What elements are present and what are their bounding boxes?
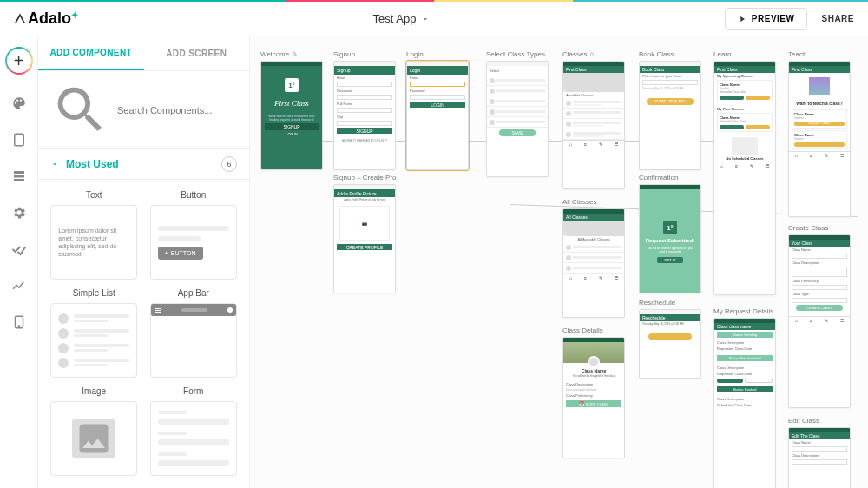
canvas[interactable]: Welcome ✎ 1° First Class Book with our b… [250, 36, 868, 488]
palette-icon[interactable] [11, 96, 27, 111]
component-image[interactable]: Image [49, 386, 140, 476]
screen-classes[interactable]: First Class Available Classes ⌂≡✎☰ [562, 61, 625, 189]
chevron-down-icon [50, 160, 59, 168]
publish-icon[interactable] [11, 314, 27, 330]
search-icon [50, 80, 110, 140]
screen-confirmation[interactable]: 1° Request Submitted! You will be notifi… [639, 184, 701, 293]
svg-point-0 [14, 102, 16, 104]
settings-icon[interactable] [11, 205, 27, 221]
component-app-bar[interactable]: App Bar [148, 288, 240, 378]
analytics-icon[interactable] [11, 278, 27, 293]
header: Adalo✦ Test App PREVIEW SHARE [0, 2, 868, 36]
screen-select-class-types[interactable]: Select SAVE [486, 61, 549, 177]
search-input[interactable] [117, 105, 237, 115]
screen-edit-class[interactable]: Edit The Class Class Name Class Descript… [788, 427, 851, 488]
database-icon[interactable] [11, 168, 27, 184]
check-icon[interactable] [11, 241, 27, 257]
screen-label: Learn [713, 50, 776, 58]
svg-rect-3 [14, 134, 23, 146]
screens-icon[interactable] [11, 132, 27, 148]
left-rail: + [0, 36, 38, 488]
share-button[interactable]: SHARE [821, 14, 854, 23]
screen-teach[interactable]: First Class Want to teach a class? Class… [788, 61, 851, 217]
tab-add-component[interactable]: ADD COMPONENT [38, 36, 144, 70]
screen-label: Edit Class [788, 417, 851, 425]
screen-class-details[interactable]: Class Name You will not be charged for t… [562, 337, 625, 458]
home-icon: ⌂ [589, 50, 594, 58]
screen-learn[interactable]: First Class My Upcoming Classes Class Na… [713, 61, 776, 295]
component-text[interactable]: Text Lorem ipsum dolor sit amet, consect… [49, 190, 140, 280]
screen-signup-profile[interactable]: Add a Profile Picture Add a Profile Pict… [333, 184, 396, 293]
logo: Adalo✦ [14, 10, 78, 28]
section-most-used[interactable]: Most Used 6 [38, 148, 249, 180]
chevron-down-icon [421, 15, 430, 23]
screen-label: Login [406, 50, 469, 58]
svg-point-2 [19, 100, 21, 102]
screen-reschedule[interactable]: Reschedule Thursday, May 18, 2019 at 2:0… [639, 309, 701, 379]
add-button[interactable]: + [5, 47, 33, 75]
svg-point-1 [16, 100, 18, 102]
screen-label: All Classes [562, 198, 625, 206]
screen-label: Class Details [562, 326, 625, 334]
screen-request-details[interactable]: Class class name Status: Pending Class D… [713, 318, 776, 488]
preview-button[interactable]: PREVIEW [725, 8, 808, 30]
screen-label: Select Class Types [486, 50, 549, 58]
screen-label: My Request Details [713, 307, 776, 315]
count-badge: 6 [221, 156, 237, 172]
screen-create-class[interactable]: Your Class Class Name Class Description … [788, 234, 851, 408]
screen-label: Welcome ✎ [260, 50, 323, 58]
screen-label: Book Class [639, 50, 701, 58]
screen-label: Signup – Create Pro [333, 174, 397, 181]
screen-label: Reschedule [639, 299, 701, 307]
screen-login[interactable]: Login Email Password LOGIN [406, 61, 469, 170]
svg-point-5 [18, 326, 20, 327]
component-panel: ADD COMPONENT ADD SCREEN Most Used 6 Tex… [38, 36, 250, 488]
screen-signup[interactable]: Signup Email Password Full Name City SIG… [333, 61, 396, 170]
screen-all-classes[interactable]: All Classes All Available Classes ⌂≡✎☰ [562, 208, 625, 318]
screen-label: Confirmation [639, 174, 701, 181]
screen-label: Create Class [788, 224, 851, 232]
component-form[interactable]: Form [148, 386, 240, 476]
screen-book-class[interactable]: Book Class Pick a date for your class Th… [639, 61, 701, 170]
component-button[interactable]: Button +BUTTON [148, 190, 240, 280]
screen-label: Classes ⌂ [562, 50, 625, 58]
app-name-dropdown[interactable]: Test App [373, 12, 431, 25]
screen-welcome[interactable]: 1° First Class Book with our best instru… [260, 61, 323, 170]
screen-label: Teach [788, 50, 851, 58]
component-simple-list[interactable]: Simple List [49, 288, 140, 378]
play-icon [738, 15, 746, 23]
screen-label: Signup [333, 50, 396, 58]
tab-add-screen[interactable]: ADD SCREEN [144, 36, 250, 70]
